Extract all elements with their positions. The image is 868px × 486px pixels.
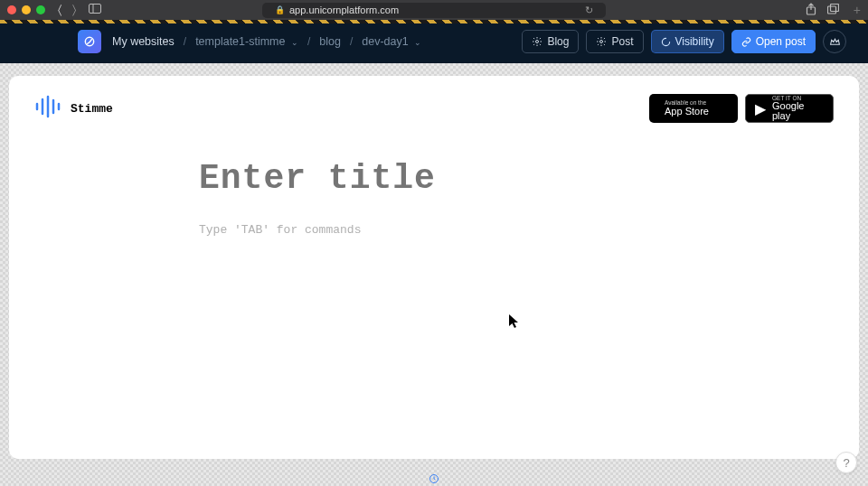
editor-body: Type 'TAB' for commands — [199, 159, 669, 237]
browser-chrome: 〈 〉 🔒 app.unicornplatform.com ↻ + — [0, 0, 868, 20]
browser-forward-button[interactable]: 〉 — [72, 3, 76, 17]
post-body-input[interactable]: Type 'TAB' for commands — [199, 223, 669, 237]
breadcrumb-site[interactable]: template1-stimme ⌄ — [195, 35, 298, 48]
clock-icon[interactable] — [429, 473, 439, 484]
google-big-text: Google play — [772, 101, 824, 121]
post-button-label: Post — [611, 35, 633, 48]
url-text: app.unicornplatform.com — [289, 5, 399, 15]
bottom-status-bar — [9, 472, 859, 485]
browser-nav-arrows: 〈 〉 — [58, 3, 76, 17]
tabs-icon[interactable] — [827, 4, 839, 17]
reload-icon[interactable]: ↻ — [585, 5, 593, 16]
lock-icon: 🔒 — [275, 5, 285, 14]
gear-icon — [532, 36, 542, 47]
upgrade-button[interactable] — [823, 30, 846, 53]
visibility-button-label: Visibility — [675, 35, 714, 48]
site-name: Stimme — [71, 102, 113, 116]
browser-sidebar-icon[interactable] — [89, 4, 101, 16]
breadcrumb-site-label: template1-stimme — [195, 35, 285, 48]
help-button[interactable]: ? — [835, 452, 857, 473]
new-tab-icon[interactable]: + — [854, 3, 861, 17]
breadcrumb-separator: / — [350, 35, 353, 48]
svg-rect-4 — [830, 4, 838, 11]
google-play-icon: ▶ — [755, 100, 766, 117]
svg-rect-0 — [90, 5, 101, 14]
breadcrumb-post[interactable]: dev-day1 ⌄ — [362, 35, 421, 48]
navbar-actions: Blog Post Visibility Open post — [522, 30, 846, 53]
window-traffic-lights — [7, 5, 45, 14]
browser-back-button[interactable]: 〈 — [58, 3, 61, 17]
app-navbar: My websites / template1-stimme ⌄ / blog … — [0, 20, 868, 63]
googleplay-text: GET IT ON Google play — [772, 96, 824, 122]
appstore-text: Available on the App Store — [665, 100, 709, 117]
browser-url-bar[interactable]: 🔒 app.unicornplatform.com ↻ — [262, 3, 606, 18]
window-maximize-button[interactable] — [36, 5, 45, 14]
post-title-input[interactable] — [199, 159, 669, 198]
editor-panel: Stimme Available on the App Store ▶ GET … — [9, 76, 859, 459]
crown-icon — [829, 36, 841, 48]
link-icon — [741, 37, 751, 47]
visibility-button[interactable]: Visibility — [651, 30, 724, 53]
share-icon[interactable] — [806, 3, 816, 18]
breadcrumb-post-label: dev-day1 — [362, 35, 408, 48]
hazard-strip — [0, 20, 868, 23]
gear-icon — [596, 36, 607, 47]
help-icon: ? — [843, 456, 849, 470]
post-settings-button[interactable]: Post — [586, 30, 643, 53]
svg-point-7 — [600, 41, 603, 43]
audio-wave-icon — [34, 95, 61, 122]
browser-right-controls: + — [806, 3, 861, 18]
blog-settings-button[interactable]: Blog — [522, 30, 579, 53]
open-post-label: Open post — [756, 35, 806, 48]
breadcrumb-separator: / — [307, 35, 310, 48]
editor-canvas-background: Stimme Available on the App Store ▶ GET … — [0, 63, 868, 486]
svg-point-6 — [536, 41, 539, 43]
window-close-button[interactable] — [7, 5, 16, 14]
open-post-button[interactable]: Open post — [731, 30, 816, 53]
app-logo[interactable] — [78, 30, 101, 53]
breadcrumb-separator: / — [184, 35, 186, 48]
spinner-icon — [661, 37, 671, 47]
chevron-down-icon: ⌄ — [291, 38, 298, 47]
googleplay-badge[interactable]: ▶ GET IT ON Google play — [745, 94, 834, 123]
breadcrumb-section[interactable]: blog — [319, 35, 341, 48]
site-header: Stimme Available on the App Store ▶ GET … — [34, 94, 834, 123]
svg-rect-3 — [827, 6, 835, 14]
site-logo[interactable]: Stimme — [34, 95, 113, 122]
appstore-big-text: App Store — [665, 107, 709, 117]
blog-button-label: Blog — [547, 35, 569, 48]
breadcrumbs: My websites / template1-stimme ⌄ / blog … — [112, 35, 421, 48]
store-badges: Available on the App Store ▶ GET IT ON G… — [649, 94, 834, 123]
window-minimize-button[interactable] — [22, 5, 31, 14]
appstore-badge[interactable]: Available on the App Store — [649, 94, 738, 123]
chevron-down-icon: ⌄ — [414, 38, 421, 47]
breadcrumb-home[interactable]: My websites — [112, 35, 175, 48]
